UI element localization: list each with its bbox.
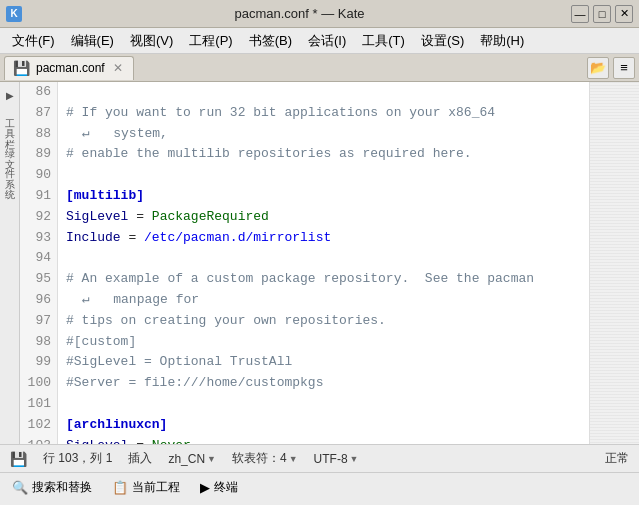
soft-tab-selector[interactable]: 软表符：4 ▼	[232, 450, 298, 467]
left-sidebar: ▶ 工 具 栏 绿 文 件 系 统	[0, 82, 20, 444]
code-line-97: #SigLevel = Optional TrustAll	[66, 352, 589, 373]
title-bar: K pacman.conf * — Kate — □ ✕	[0, 0, 639, 28]
menu-tools[interactable]: 工具(T)	[354, 30, 413, 52]
code-line-91: SigLevel = PackageRequired	[66, 207, 589, 228]
input-mode: 插入	[128, 450, 152, 467]
language-label: zh_CN	[168, 452, 205, 466]
menu-settings[interactable]: 设置(S)	[413, 30, 472, 52]
search-label: 搜索和替换	[32, 479, 92, 496]
code-line-99	[66, 394, 589, 415]
terminal-label: 终端	[214, 479, 238, 496]
tab-label: pacman.conf	[36, 61, 105, 75]
sidebar-icon-8[interactable]: 系	[3, 167, 17, 175]
code-line-94cont: ↵ manpage for	[66, 290, 589, 311]
sidebar-icon-7[interactable]: 件	[3, 157, 17, 165]
sidebar-icon-1[interactable]: ▶	[4, 86, 15, 105]
code-line-100: [archlinuxcn]	[66, 415, 589, 436]
line-numbers: 86 87 88 89 90 91 92 93 94 95 96 97 98 9…	[20, 82, 58, 444]
menu-help[interactable]: 帮助(H)	[472, 30, 532, 52]
menu-bookmark[interactable]: 书签(B)	[241, 30, 300, 52]
statusbar-save-icon: 💾	[10, 451, 27, 467]
encoding-dropdown-arrow: ▼	[350, 454, 359, 464]
code-line-94: # An example of a custom package reposit…	[66, 269, 589, 290]
sidebar-icon-6[interactable]: 文	[3, 147, 17, 155]
menu-view[interactable]: 视图(V)	[122, 30, 181, 52]
code-line-89	[66, 165, 589, 186]
window-title: pacman.conf * — Kate	[28, 6, 571, 21]
sidebar-icon-9[interactable]: 统	[3, 177, 17, 185]
language-dropdown-arrow: ▼	[207, 454, 216, 464]
menubar: 文件(F) 编辑(E) 视图(V) 工程(P) 书签(B) 会话(I) 工具(T…	[0, 28, 639, 54]
sidebar-icon-4[interactable]: 栏	[3, 127, 17, 135]
code-line-88: # enable the multilib repositories as re…	[66, 144, 589, 165]
menu-file[interactable]: 文件(F)	[4, 30, 63, 52]
sidebar-icon-5[interactable]: 绿	[3, 137, 17, 145]
code-line-101: SigLevel = Never	[66, 436, 589, 444]
project-label: 当前工程	[132, 479, 180, 496]
bottom-toolbar: 🔍 搜索和替换 📋 当前工程 ▶ 终端	[0, 472, 639, 502]
menu-project[interactable]: 工程(P)	[181, 30, 240, 52]
maximize-button[interactable]: □	[593, 5, 611, 23]
tab-actions: 📂 ≡	[587, 57, 635, 79]
cursor-position: 行 103，列 1	[43, 450, 112, 467]
save-icon: 💾	[13, 60, 30, 76]
save-status[interactable]: 💾	[10, 451, 27, 467]
code-line-95: # tips on creating your own repositories…	[66, 311, 589, 332]
line-ending: 正常	[605, 450, 629, 467]
encoding-label: UTF-8	[314, 452, 348, 466]
tab-list-button[interactable]: ≡	[613, 57, 635, 79]
code-line-93	[66, 248, 589, 269]
code-line-86	[66, 82, 589, 103]
menu-session[interactable]: 会话(I)	[300, 30, 354, 52]
menu-edit[interactable]: 编辑(E)	[63, 30, 122, 52]
file-tab[interactable]: 💾 pacman.conf ✕	[4, 56, 134, 80]
terminal-button[interactable]: ▶ 终端	[196, 477, 242, 498]
sidebar-icon-2[interactable]: 工	[3, 107, 17, 115]
tab-close-button[interactable]: ✕	[111, 61, 125, 75]
sidebar-icon-3[interactable]: 具	[3, 117, 17, 125]
code-line-92: Include = /etc/pacman.d/mirrorlist	[66, 228, 589, 249]
open-file-button[interactable]: 📂	[587, 57, 609, 79]
window-controls[interactable]: — □ ✕	[571, 5, 633, 23]
search-icon: 🔍	[12, 480, 28, 495]
code-line-98: #Server = file:///home/custompkgs	[66, 373, 589, 394]
search-replace-button[interactable]: 🔍 搜索和替换	[8, 477, 96, 498]
code-line-90: [multilib]	[66, 186, 589, 207]
code-line-87: # If you want to run 32 bit applications…	[66, 103, 589, 124]
project-icon: 📋	[112, 480, 128, 495]
soft-tab-label: 软表符：4	[232, 450, 287, 467]
minimize-button[interactable]: —	[571, 5, 589, 23]
tab-bar: 💾 pacman.conf ✕ 📂 ≡	[0, 54, 639, 82]
editor[interactable]: 86 87 88 89 90 91 92 93 94 95 96 97 98 9…	[20, 82, 589, 444]
app-icon: K	[6, 6, 22, 22]
encoding-selector[interactable]: UTF-8 ▼	[314, 452, 359, 466]
language-selector[interactable]: zh_CN ▼	[168, 452, 216, 466]
statusbar: 💾 行 103，列 1 插入 zh_CN ▼ 软表符：4 ▼ UTF-8 ▼ 正…	[0, 444, 639, 472]
minimap-content	[590, 82, 639, 444]
close-button[interactable]: ✕	[615, 5, 633, 23]
terminal-icon: ▶	[200, 480, 210, 495]
minimap	[589, 82, 639, 444]
code-area[interactable]: # If you want to run 32 bit applications…	[58, 82, 589, 444]
current-project-button[interactable]: 📋 当前工程	[108, 477, 184, 498]
main-content: ▶ 工 具 栏 绿 文 件 系 统 86 87 88 89 90 91 92 9…	[0, 82, 639, 444]
soft-tab-dropdown-arrow: ▼	[289, 454, 298, 464]
code-line-96: #[custom]	[66, 332, 589, 353]
code-line-87cont: ↵ system,	[66, 124, 589, 145]
